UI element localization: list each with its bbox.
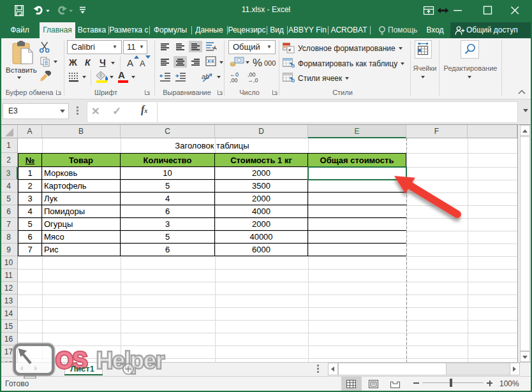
svg-text:≠: ≠ <box>288 47 292 53</box>
svg-text:,00: ,00 <box>230 77 238 83</box>
svg-text:→,0: →,0 <box>248 77 258 83</box>
